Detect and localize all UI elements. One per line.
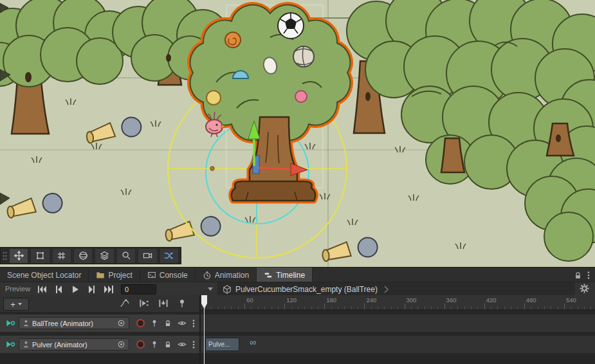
ruler-tick <box>411 306 412 309</box>
panel-tab-bar: Scene Object Locator Project Console Ani… <box>0 267 595 282</box>
ruler-tick <box>398 306 398 309</box>
track-row[interactable]: Pulver (Animator) <box>0 336 595 353</box>
track-lane[interactable] <box>201 314 595 332</box>
lock-icon[interactable] <box>574 271 582 280</box>
timeline-breadcrumb[interactable]: PulverCucumberSmack_empty (BallTree) <box>217 282 575 296</box>
coordinate-toggle-icon[interactable] <box>160 248 179 264</box>
grid-snap-icon[interactable] <box>52 248 71 264</box>
ruler-tick <box>211 306 212 309</box>
sphere-view-icon[interactable] <box>73 248 93 264</box>
frame-number-input[interactable]: 0 <box>121 284 156 295</box>
tab-timeline[interactable]: Timeline <box>257 268 313 282</box>
previous-frame-button[interactable] <box>50 282 67 296</box>
curves-view-icon[interactable] <box>120 298 130 308</box>
marker-pin-icon[interactable] <box>178 298 187 308</box>
track-header[interactable]: Pulver (Animator) <box>0 336 199 353</box>
next-frame-button[interactable] <box>84 282 100 296</box>
go-to-start-button[interactable] <box>33 282 50 296</box>
target-picker-icon[interactable] <box>117 340 125 349</box>
animator-component-icon <box>23 341 30 348</box>
track-menu-icon[interactable] <box>192 340 195 349</box>
tab-scene-object-locator[interactable]: Scene Object Locator <box>0 268 89 282</box>
track-name-box[interactable]: Pulver (Animator) <box>19 338 129 350</box>
ruler-tick <box>425 306 425 309</box>
animator-component-icon <box>23 320 30 327</box>
panel-menu-icon[interactable] <box>587 271 590 280</box>
zoom-tool-icon[interactable] <box>116 248 136 264</box>
ruler-tick <box>571 306 571 309</box>
ruler-tick <box>351 306 352 309</box>
ripple-mode-icon[interactable] <box>158 298 169 308</box>
ruler-tick <box>238 306 239 309</box>
volleyball[interactable] <box>293 46 314 67</box>
add-track-button[interactable]: + <box>3 298 29 311</box>
toolbar-grip-icon[interactable] <box>3 251 7 261</box>
ruler-tick <box>364 304 365 309</box>
ruler-tick <box>511 306 511 309</box>
ruler-tick <box>318 306 318 309</box>
ruler-tick <box>531 306 531 309</box>
ruler-tick <box>224 306 225 309</box>
eye-icon[interactable] <box>178 340 187 349</box>
scene-view[interactable] <box>0 0 595 267</box>
preview-toggle[interactable]: Preview <box>3 282 33 296</box>
track-row[interactable]: BallTree (Animator) <box>0 314 595 332</box>
soccer-ball[interactable] <box>278 13 304 39</box>
pin-icon[interactable] <box>151 319 158 327</box>
breadcrumb-label: PulverCucumberSmack_empty (BallTree) <box>235 285 378 294</box>
timeline-ruler[interactable]: 60120180240300360420480540 <box>201 295 595 310</box>
ruler-tick <box>584 306 585 309</box>
pink-ball[interactable] <box>295 91 307 102</box>
target-picker-icon[interactable] <box>117 319 125 327</box>
go-to-end-button[interactable] <box>100 282 117 296</box>
iso-view-icon[interactable] <box>95 248 114 264</box>
ruler-tick <box>251 306 252 309</box>
ruler-tick <box>338 306 338 309</box>
snail-shell[interactable] <box>225 32 241 48</box>
track-lane[interactable]: Pulve... ∞ <box>201 336 595 353</box>
ruler-tick <box>504 306 505 309</box>
options-dropdown-caret[interactable] <box>208 287 213 291</box>
ruler-tick <box>564 304 565 309</box>
ruler-label: 420 <box>486 296 497 304</box>
ruler-label: 540 <box>566 296 576 304</box>
camera-preview-icon[interactable] <box>138 248 157 264</box>
animation-clip[interactable]: Pulve... <box>205 338 239 351</box>
tab-label: Console <box>160 271 188 280</box>
lock-icon[interactable] <box>164 319 172 327</box>
tab-animation[interactable]: Animation <box>196 268 257 282</box>
track-list-header: + <box>0 295 199 312</box>
animator-track-icon <box>5 318 15 328</box>
track-header[interactable]: BallTree (Animator) <box>0 314 199 332</box>
ruler-tick <box>497 306 498 309</box>
record-button[interactable] <box>136 340 145 349</box>
lock-icon[interactable] <box>164 340 172 349</box>
ruler-tick <box>291 306 292 309</box>
yellow-ball[interactable] <box>206 91 221 105</box>
ruler-tick <box>464 306 465 309</box>
mix-mode-icon[interactable] <box>139 298 149 308</box>
play-button[interactable] <box>67 282 84 296</box>
gear-icon[interactable] <box>580 284 589 293</box>
rect-tool-icon[interactable] <box>30 248 50 264</box>
track-menu-icon[interactable] <box>192 319 195 328</box>
timeline-tracks-area: + 60120180240300360420480540 <box>0 295 595 364</box>
ruler-tick <box>378 306 378 309</box>
ruler-label: 120 <box>286 296 297 304</box>
ruler-tick <box>244 304 245 309</box>
chevron-right-icon <box>384 286 389 293</box>
eye-icon[interactable] <box>178 319 187 327</box>
ruler-tick <box>371 306 372 309</box>
track-name-box[interactable]: BallTree (Animator) <box>19 317 129 329</box>
tab-project[interactable]: Project <box>89 268 140 282</box>
pin-icon[interactable] <box>151 340 158 349</box>
ruler-label: 60 <box>246 296 253 304</box>
ruler-tick <box>451 306 452 309</box>
ruler-tick <box>578 306 578 309</box>
tab-console[interactable]: Console <box>140 268 196 282</box>
ruler-tick <box>284 304 285 309</box>
ruler-tick <box>358 306 358 309</box>
move-tool-icon[interactable] <box>9 248 28 264</box>
record-button[interactable] <box>136 319 145 327</box>
ruler-tick <box>437 306 438 309</box>
